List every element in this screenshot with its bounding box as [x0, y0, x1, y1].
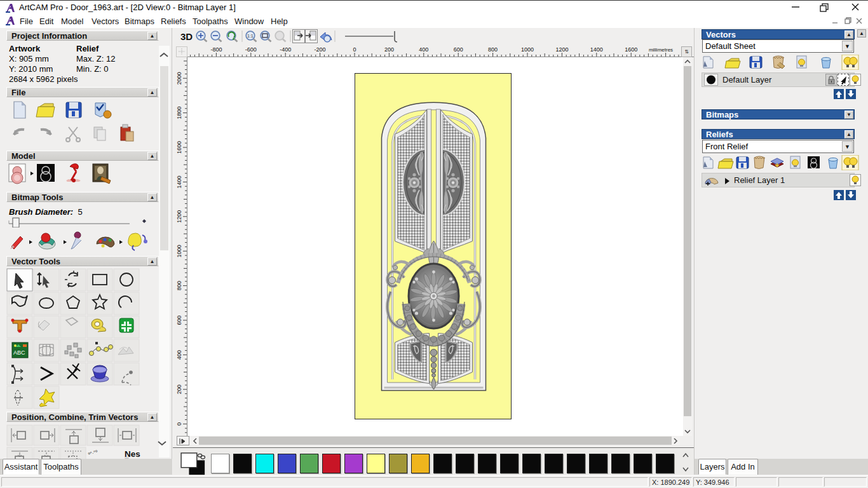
svg-text:1400: 1400 — [176, 175, 182, 188]
svg-text:1000: 1000 — [521, 46, 534, 53]
svg-text:millimetres: millimetres — [649, 47, 673, 53]
svg-text:1000: 1000 — [176, 245, 182, 257]
svg-text:1200: 1200 — [555, 46, 568, 53]
svg-text:1200: 1200 — [176, 210, 182, 223]
svg-text:600: 600 — [176, 315, 182, 325]
svg-text:-600: -600 — [245, 46, 257, 53]
svg-text:200: 200 — [384, 46, 394, 53]
svg-text:800: 800 — [488, 46, 498, 53]
svg-text:800: 800 — [176, 281, 182, 290]
svg-text:º°·°º: º°·°º — [88, 449, 98, 458]
svg-text:-800: -800 — [210, 46, 222, 53]
svg-text:200: 200 — [176, 384, 182, 394]
svg-text:1400: 1400 — [590, 46, 603, 53]
svg-text:-400: -400 — [280, 46, 291, 53]
svg-text:1600: 1600 — [625, 46, 637, 53]
svg-text:-200: -200 — [315, 46, 326, 53]
svg-text:ABC: ABC — [13, 349, 25, 356]
svg-text:0: 0 — [353, 46, 356, 53]
svg-text:0: 0 — [176, 423, 182, 426]
svg-text:600: 600 — [454, 46, 463, 53]
svg-text:3D: 3D — [180, 31, 193, 42]
svg-text:2000: 2000 — [176, 72, 182, 85]
svg-text:1:1: 1:1 — [247, 34, 254, 38]
svg-text:1600: 1600 — [176, 141, 182, 154]
svg-text:1800: 1800 — [176, 107, 182, 119]
svg-text:400: 400 — [419, 46, 428, 53]
svg-text:400: 400 — [176, 350, 182, 360]
